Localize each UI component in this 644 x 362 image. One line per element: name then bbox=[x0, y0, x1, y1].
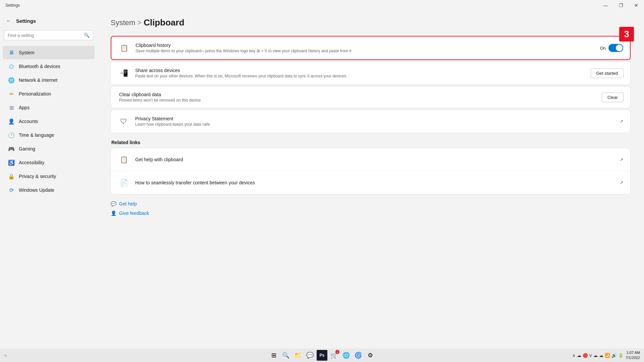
clipboard-history-toggle-container: On bbox=[600, 44, 623, 52]
sidebar-item-network[interactable]: 🌐Network & internet bbox=[3, 73, 95, 87]
share-devices-text: Share across devices Paste text on your … bbox=[135, 68, 591, 78]
related-link-2-action: ↗ bbox=[620, 180, 624, 185]
related-link-row-1[interactable]: 📋 Get help with clipboard ↗ bbox=[111, 148, 630, 171]
privacy-title: Privacy Statement bbox=[135, 116, 620, 121]
get-help-label: Get help bbox=[119, 201, 137, 206]
related-link-row-2[interactable]: 📄 How to seamlessly transfer content bet… bbox=[111, 171, 630, 194]
related-link-2-external-icon: ↗ bbox=[620, 180, 624, 185]
search-taskbar-button[interactable]: 🔍 bbox=[280, 350, 291, 361]
teams-button[interactable]: 💬 bbox=[305, 350, 315, 361]
store-button[interactable]: 🛒 8 bbox=[329, 350, 339, 361]
chrome-button[interactable]: 🌐 bbox=[341, 350, 352, 361]
sidebar-item-gaming[interactable]: 🎮Gaming bbox=[3, 142, 95, 156]
close-button[interactable]: ✕ bbox=[629, 0, 644, 11]
sidebar-item-apps[interactable]: ⊞Apps bbox=[3, 101, 95, 114]
privacy-icon: 🛡 bbox=[118, 115, 130, 127]
page-header: System > Clipboard bbox=[111, 17, 631, 28]
related-links-section-title: Related links bbox=[111, 140, 631, 145]
page-title: Clipboard bbox=[144, 17, 184, 28]
get-help-link[interactable]: 💬 Get help bbox=[111, 200, 631, 208]
sidebar-icon-time: 🕐 bbox=[8, 132, 15, 138]
clipboard-history-state: On bbox=[600, 46, 606, 51]
sidebar-label-system: System bbox=[19, 50, 35, 55]
edge-button[interactable]: 🌀 bbox=[353, 350, 364, 361]
sidebar-icon-accounts: 👤 bbox=[8, 118, 15, 125]
related-links-card: 📋 Get help with clipboard ↗ 📄 How to sea… bbox=[111, 148, 631, 194]
related-link-2-text: How to seamlessly transfer content betwe… bbox=[135, 180, 620, 185]
sidebar-item-accounts[interactable]: 👤Accounts bbox=[3, 115, 95, 128]
share-across-devices-card: 📲 Share across devices Paste text on you… bbox=[111, 61, 631, 85]
give-feedback-link[interactable]: 👤 Give feedback bbox=[111, 209, 631, 217]
minimize-button[interactable]: — bbox=[598, 0, 613, 11]
tray-expand[interactable]: ∧ bbox=[572, 353, 576, 358]
sidebar-item-accessibility[interactable]: ♿Accessibility bbox=[3, 156, 95, 169]
clear-clipboard-card: Clear clipboard data Pinned items won't … bbox=[111, 86, 631, 108]
sidebar-item-personalization[interactable]: ✏Personalization bbox=[3, 87, 95, 101]
sidebar-icon-personalization: ✏ bbox=[8, 90, 15, 97]
main-window: ← Settings 🔍 🖥System⬡Bluetooth & devices… bbox=[0, 11, 644, 349]
back-button[interactable]: ← bbox=[4, 16, 13, 25]
related-link-2-icon: 📄 bbox=[118, 177, 130, 189]
share-devices-icon: 📲 bbox=[118, 67, 130, 79]
battery-icon: 🔋 bbox=[618, 353, 624, 358]
step-badge: 3 bbox=[619, 27, 634, 42]
clear-clipboard-title: Clear clipboard data bbox=[119, 92, 602, 97]
settings-taskbar-button[interactable]: ⚙ bbox=[365, 350, 376, 361]
system-tray: ∧ ☁ 🔴 V ☁ ☁ 📶 🔊 🔋 bbox=[572, 353, 624, 358]
clipboard-history-icon: 📋 bbox=[118, 42, 130, 54]
window-controls: — ❐ ✕ bbox=[598, 0, 644, 11]
sidebar-item-system[interactable]: 🖥System bbox=[3, 46, 95, 59]
get-started-button[interactable]: Get started bbox=[591, 68, 624, 78]
taskbar-center: ⊞ 🔍 📁 💬 Ps 🛒 8 🌐 🌀 ⚙ bbox=[268, 350, 376, 361]
breadcrumb-separator: > bbox=[137, 18, 142, 27]
date-display: 7/1/2022 bbox=[626, 355, 640, 360]
related-link-1-title: Get help with clipboard bbox=[135, 157, 620, 162]
sidebar-nav: 🖥System⬡Bluetooth & devices🌐Network & in… bbox=[0, 46, 97, 197]
clear-button[interactable]: Clear bbox=[602, 93, 624, 102]
sidebar-label-bluetooth: Bluetooth & devices bbox=[19, 64, 60, 69]
share-devices-title: Share across devices bbox=[135, 68, 591, 73]
sidebar-item-windows-update[interactable]: ⟳Windows Update bbox=[3, 183, 95, 197]
search-icon: 🔍 bbox=[84, 33, 90, 38]
sidebar-item-privacy[interactable]: 🔒Privacy & security bbox=[3, 170, 95, 183]
sidebar-icon-privacy: 🔒 bbox=[8, 173, 15, 180]
related-link-1-external-icon: ↗ bbox=[620, 157, 624, 162]
store-badge: 8 bbox=[335, 350, 339, 354]
sidebar-nav-top: ← Settings bbox=[0, 14, 97, 27]
sidebar-item-time[interactable]: 🕐Time & language bbox=[3, 128, 95, 142]
taskbar-spacer: ∧ bbox=[4, 353, 7, 358]
sidebar-label-time: Time & language bbox=[19, 132, 54, 138]
privacy-statement-row: 🛡 Privacy Statement Learn how clipboard … bbox=[111, 110, 630, 133]
tray-icon-4: ☁ bbox=[599, 353, 603, 358]
breadcrumb-system[interactable]: System bbox=[111, 18, 135, 27]
maximize-button[interactable]: ❐ bbox=[613, 0, 629, 11]
sidebar-item-bluetooth[interactable]: ⬡Bluetooth & devices bbox=[3, 60, 95, 73]
sidebar-icon-network: 🌐 bbox=[8, 77, 15, 83]
volume-icon: 🔊 bbox=[611, 353, 617, 358]
related-link-2-title: How to seamlessly transfer content betwe… bbox=[135, 180, 620, 185]
clipboard-history-action: On bbox=[600, 44, 623, 52]
clear-clipboard-action: Clear bbox=[602, 93, 624, 102]
privacy-text: Privacy Statement Learn how clipboard ke… bbox=[135, 116, 620, 127]
related-link-1-text: Get help with clipboard bbox=[135, 157, 620, 162]
photoshop-button[interactable]: Ps bbox=[317, 350, 327, 361]
titlebar: Settings — ❐ ✕ bbox=[0, 0, 644, 11]
wifi-icon: 📶 bbox=[605, 353, 610, 358]
give-feedback-label: Give feedback bbox=[119, 210, 149, 216]
search-input[interactable] bbox=[8, 33, 84, 38]
sidebar-app-title: Settings bbox=[16, 18, 36, 24]
window-title: Settings bbox=[5, 3, 20, 8]
share-across-devices-row: 📲 Share across devices Paste text on you… bbox=[111, 62, 630, 84]
file-explorer-button[interactable]: 📁 bbox=[292, 350, 303, 361]
clock[interactable]: 1:07 AM 7/1/2022 bbox=[626, 350, 640, 361]
clipboard-history-title: Clipboard history bbox=[136, 43, 600, 48]
main-content: System > Clipboard 3 📋 Clipboard history… bbox=[97, 11, 644, 349]
start-button[interactable]: ⊞ bbox=[268, 350, 279, 361]
sidebar-label-windows-update: Windows Update bbox=[19, 187, 54, 193]
clipboard-history-toggle[interactable] bbox=[608, 44, 623, 52]
clear-clipboard-desc: Pinned items won't be removed on this de… bbox=[119, 98, 602, 103]
clipboard-history-row: 📋 Clipboard history Save multiple items … bbox=[111, 37, 630, 59]
help-links: 💬 Get help 👤 Give feedback bbox=[111, 200, 631, 217]
tray-icon-2: 🔴 bbox=[583, 353, 588, 358]
external-link-icon[interactable]: ↗ bbox=[620, 119, 624, 124]
